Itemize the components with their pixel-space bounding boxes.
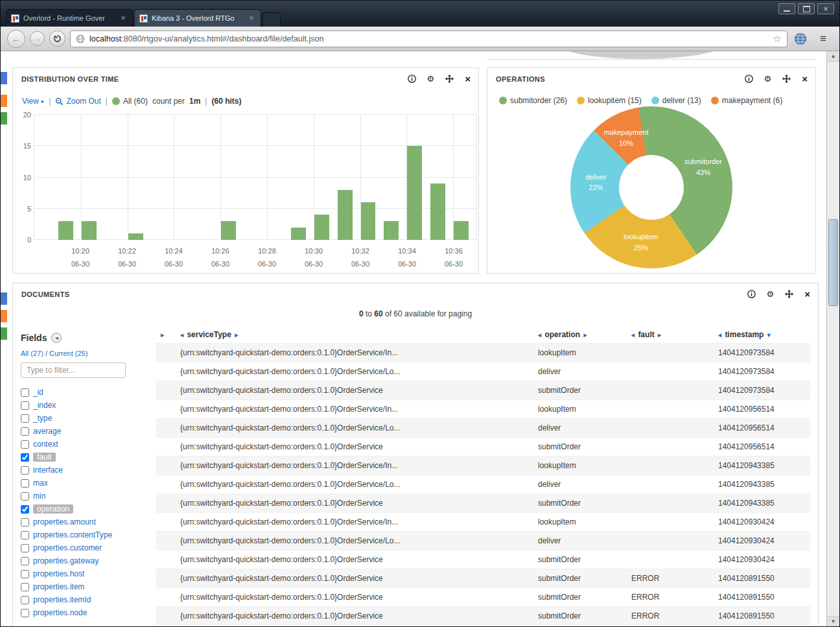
column-header-operation[interactable]: operation bbox=[544, 330, 580, 339]
field-item[interactable]: properties.gateway bbox=[21, 554, 152, 567]
row-marker[interactable] bbox=[1, 112, 7, 124]
table-row[interactable]: {urn:switchyard-quickstart-demo:orders:0… bbox=[156, 493, 810, 512]
legend-item[interactable]: lookupitem (15) bbox=[577, 96, 642, 105]
column-move-left-icon[interactable]: ◂ bbox=[180, 331, 183, 338]
table-row[interactable]: {urn:switchyard-quickstart-demo:orders:0… bbox=[156, 512, 810, 531]
field-label[interactable]: average bbox=[33, 427, 61, 436]
column-move-right-icon[interactable]: ▸ bbox=[583, 331, 587, 338]
field-checkbox[interactable] bbox=[21, 570, 29, 578]
table-row[interactable]: {urn:switchyard-quickstart-demo:orders:0… bbox=[156, 550, 810, 569]
field-checkbox[interactable] bbox=[21, 414, 29, 423]
field-item[interactable]: fault bbox=[21, 451, 152, 464]
info-icon[interactable] bbox=[747, 290, 756, 298]
field-item[interactable]: _type bbox=[21, 412, 152, 425]
column-header-fault[interactable]: fault bbox=[638, 330, 654, 339]
histogram-bar[interactable] bbox=[384, 221, 399, 240]
close-panel-icon[interactable]: × bbox=[802, 74, 808, 84]
field-item[interactable]: properties.customer bbox=[21, 541, 152, 554]
table-row[interactable]: {urn:switchyard-quickstart-demo:orders:0… bbox=[156, 343, 810, 362]
table-row[interactable]: {urn:switchyard-quickstart-demo:orders:0… bbox=[156, 587, 810, 606]
window-titlebar[interactable]: Overlord - Runtime Gover × Kibana 3 - Ov… bbox=[1, 1, 839, 27]
move-icon[interactable] bbox=[782, 75, 791, 83]
column-move-left-icon[interactable]: ◂ bbox=[538, 331, 541, 338]
move-icon[interactable] bbox=[785, 290, 793, 298]
table-row[interactable]: {urn:switchyard-quickstart-demo:orders:0… bbox=[156, 531, 810, 550]
browser-tab-overlord[interactable]: Overlord - Runtime Gover × bbox=[6, 9, 133, 27]
field-label[interactable]: properties.itemId bbox=[33, 595, 91, 604]
interval-label[interactable]: 1m bbox=[189, 97, 200, 106]
field-label[interactable]: _type bbox=[33, 414, 52, 423]
browser-tab-kibana[interactable]: Kibana 3 - Overlord RTGo × bbox=[134, 9, 261, 27]
field-checkbox[interactable] bbox=[21, 518, 29, 526]
column-move-left-icon[interactable]: ◂ bbox=[631, 331, 635, 338]
field-filter-input[interactable] bbox=[21, 362, 126, 378]
close-panel-icon[interactable]: × bbox=[804, 289, 810, 299]
table-row[interactable]: {urn:switchyard-quickstart-demo:orders:0… bbox=[156, 569, 810, 587]
maximize-button[interactable] bbox=[798, 3, 815, 14]
field-checkbox[interactable] bbox=[21, 557, 29, 565]
field-item[interactable]: properties.item bbox=[21, 580, 152, 593]
forward-button[interactable]: → bbox=[30, 31, 45, 46]
zoom-out-button[interactable]: Zoom Out bbox=[55, 97, 100, 106]
row-marker[interactable] bbox=[1, 310, 7, 322]
field-label[interactable]: properties.node bbox=[33, 608, 87, 617]
scroll-down-icon[interactable]: ▼ bbox=[827, 616, 839, 626]
field-item[interactable]: properties.host bbox=[21, 567, 152, 580]
sort-desc-icon[interactable]: ▾ bbox=[767, 331, 771, 338]
fields-current-link[interactable]: Current (25) bbox=[49, 349, 88, 357]
row-marker[interactable] bbox=[1, 95, 7, 107]
field-label[interactable]: fault bbox=[33, 453, 56, 462]
field-item[interactable]: context bbox=[21, 438, 152, 451]
series-toggle[interactable]: All (60) bbox=[112, 97, 148, 106]
field-checkbox[interactable] bbox=[21, 609, 29, 617]
field-checkbox[interactable] bbox=[21, 427, 29, 436]
tab-close-icon[interactable]: × bbox=[119, 14, 128, 23]
field-checkbox[interactable] bbox=[21, 440, 29, 449]
reload-button[interactable] bbox=[49, 30, 65, 47]
table-row[interactable]: {urn:switchyard-quickstart-demo:orders:0… bbox=[156, 399, 810, 418]
globe-icon[interactable] bbox=[792, 30, 809, 47]
histogram-bar[interactable] bbox=[221, 221, 236, 240]
field-checkbox[interactable] bbox=[21, 466, 29, 475]
histogram-bar[interactable] bbox=[361, 202, 376, 240]
column-header-timestamp[interactable]: timestamp bbox=[725, 330, 764, 339]
field-label[interactable]: properties.amount bbox=[33, 517, 96, 526]
legend-item[interactable]: deliver (13) bbox=[651, 96, 701, 105]
field-label[interactable]: _index bbox=[33, 401, 56, 410]
field-label[interactable]: operation bbox=[33, 504, 73, 514]
gear-icon[interactable]: ⚙ bbox=[764, 75, 772, 83]
info-icon[interactable] bbox=[745, 75, 753, 83]
table-row[interactable]: {urn:switchyard-quickstart-demo:orders:0… bbox=[156, 362, 810, 381]
histogram-bar[interactable] bbox=[128, 233, 143, 240]
field-checkbox[interactable] bbox=[21, 492, 29, 501]
row-marker[interactable] bbox=[1, 72, 7, 84]
field-checkbox[interactable] bbox=[21, 544, 29, 552]
expand-all-icon[interactable]: ▸ bbox=[161, 331, 164, 338]
close-panel-icon[interactable]: × bbox=[465, 74, 471, 84]
table-row[interactable]: {urn:switchyard-quickstart-demo:orders:0… bbox=[156, 475, 810, 493]
field-checkbox[interactable] bbox=[21, 531, 29, 539]
histogram-bar[interactable] bbox=[338, 190, 353, 240]
vertical-scrollbar[interactable]: ▲ ▼ bbox=[826, 51, 839, 626]
table-row[interactable]: {urn:switchyard-quickstart-demo:orders:0… bbox=[156, 456, 810, 475]
field-checkbox[interactable] bbox=[21, 505, 29, 514]
new-tab-button[interactable] bbox=[262, 12, 281, 27]
field-label[interactable]: properties.host bbox=[33, 569, 84, 578]
field-label[interactable]: max bbox=[33, 479, 48, 488]
histogram-bar[interactable] bbox=[291, 228, 306, 240]
minimize-button[interactable] bbox=[778, 3, 795, 14]
field-label[interactable]: properties.customer bbox=[33, 543, 102, 552]
legend-item[interactable]: submitorder (26) bbox=[499, 96, 567, 105]
site-identity-icon[interactable] bbox=[76, 34, 85, 43]
histogram-bar[interactable] bbox=[82, 221, 97, 240]
histogram-bar[interactable] bbox=[58, 221, 73, 240]
histogram-bar[interactable] bbox=[430, 183, 445, 240]
field-checkbox[interactable] bbox=[21, 401, 29, 410]
table-row[interactable]: {urn:switchyard-quickstart-demo:orders:0… bbox=[156, 606, 810, 625]
info-icon[interactable] bbox=[408, 75, 416, 83]
column-move-right-icon[interactable]: ▸ bbox=[235, 331, 238, 338]
field-label[interactable]: properties.contentType bbox=[33, 530, 112, 539]
field-label[interactable]: properties.item bbox=[33, 582, 84, 591]
column-move-right-icon[interactable]: ▸ bbox=[658, 331, 661, 338]
field-checkbox[interactable] bbox=[21, 479, 29, 488]
